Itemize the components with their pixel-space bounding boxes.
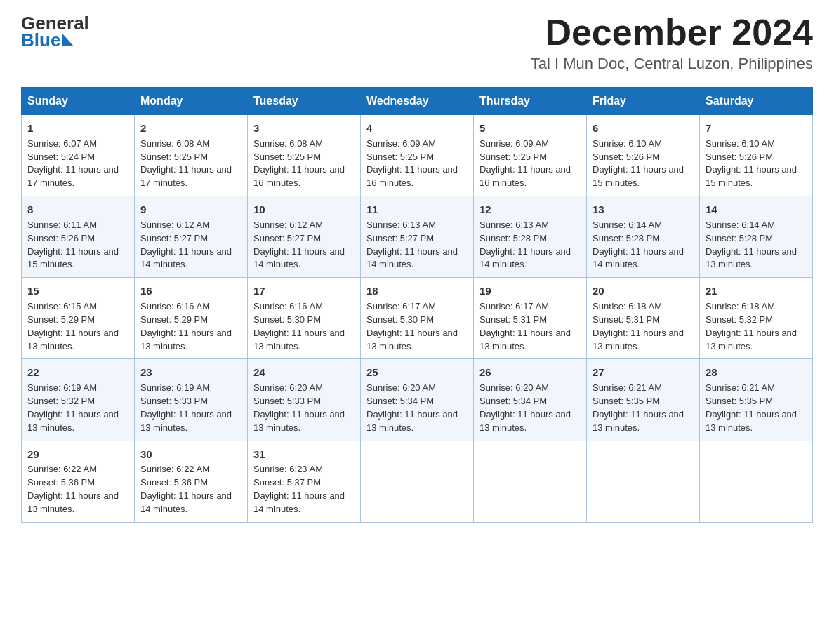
month-title: December 2024 [531, 14, 813, 51]
day-number: 17 [253, 283, 355, 299]
calendar-week-row: 15Sunrise: 6:15 AMSunset: 5:29 PMDayligh… [22, 278, 813, 359]
calendar-cell: 29Sunrise: 6:22 AMSunset: 5:36 PMDayligh… [22, 441, 135, 522]
day-info: Sunrise: 6:12 AMSunset: 5:27 PMDaylight:… [253, 219, 355, 271]
calendar-cell: 5Sunrise: 6:09 AMSunset: 5:25 PMDaylight… [474, 115, 587, 196]
calendar-cell: 19Sunrise: 6:17 AMSunset: 5:31 PMDayligh… [474, 278, 587, 359]
day-info: Sunrise: 6:17 AMSunset: 5:30 PMDaylight:… [366, 300, 468, 353]
calendar-cell: 27Sunrise: 6:21 AMSunset: 5:35 PMDayligh… [587, 359, 700, 441]
calendar-cell: 3Sunrise: 6:08 AMSunset: 5:25 PMDaylight… [248, 115, 361, 196]
calendar-cell: 22Sunrise: 6:19 AMSunset: 5:32 PMDayligh… [22, 359, 135, 441]
calendar-cell: 15Sunrise: 6:15 AMSunset: 5:29 PMDayligh… [22, 278, 135, 359]
day-info: Sunrise: 6:17 AMSunset: 5:31 PMDaylight:… [479, 300, 581, 353]
day-info: Sunrise: 6:12 AMSunset: 5:27 PMDaylight:… [140, 219, 241, 271]
day-number: 6 [593, 121, 694, 136]
day-number: 24 [253, 365, 355, 380]
day-info: Sunrise: 6:09 AMSunset: 5:25 PMDaylight:… [366, 137, 468, 190]
day-info: Sunrise: 6:13 AMSunset: 5:28 PMDaylight:… [479, 219, 581, 271]
header-day-friday: Friday [587, 88, 700, 115]
calendar-week-row: 1Sunrise: 6:07 AMSunset: 5:24 PMDaylight… [22, 115, 813, 196]
day-number: 26 [479, 365, 581, 380]
day-info: Sunrise: 6:14 AMSunset: 5:28 PMDaylight:… [593, 219, 694, 271]
day-info: Sunrise: 6:08 AMSunset: 5:25 PMDaylight:… [140, 137, 241, 190]
calendar-cell: 25Sunrise: 6:20 AMSunset: 5:34 PMDayligh… [361, 359, 474, 441]
day-number: 21 [706, 283, 807, 299]
calendar-cell: 18Sunrise: 6:17 AMSunset: 5:30 PMDayligh… [361, 278, 474, 359]
day-info: Sunrise: 6:10 AMSunset: 5:26 PMDaylight:… [706, 137, 807, 190]
day-info: Sunrise: 6:22 AMSunset: 5:36 PMDaylight:… [140, 463, 241, 516]
calendar-cell: 6Sunrise: 6:10 AMSunset: 5:26 PMDaylight… [587, 115, 700, 196]
day-info: Sunrise: 6:16 AMSunset: 5:29 PMDaylight:… [140, 300, 241, 353]
day-info: Sunrise: 6:21 AMSunset: 5:35 PMDaylight:… [593, 382, 694, 434]
calendar-cell [587, 441, 700, 522]
day-number: 3 [253, 121, 355, 136]
day-info: Sunrise: 6:14 AMSunset: 5:28 PMDaylight:… [706, 219, 807, 271]
day-number: 2 [140, 121, 241, 136]
page-header: General Blue December 2024 Tal I Mun Doc… [21, 14, 813, 73]
header-day-tuesday: Tuesday [248, 88, 361, 115]
header-day-thursday: Thursday [474, 88, 587, 115]
calendar-header-row: SundayMondayTuesdayWednesdayThursdayFrid… [22, 88, 813, 115]
calendar-table: SundayMondayTuesdayWednesdayThursdayFrid… [21, 87, 813, 523]
day-number: 16 [140, 283, 241, 299]
day-number: 27 [593, 365, 694, 380]
calendar-cell: 16Sunrise: 6:16 AMSunset: 5:29 PMDayligh… [135, 278, 248, 359]
day-info: Sunrise: 6:19 AMSunset: 5:33 PMDaylight:… [140, 382, 241, 434]
day-number: 13 [593, 202, 694, 217]
day-info: Sunrise: 6:10 AMSunset: 5:26 PMDaylight:… [593, 137, 694, 190]
calendar-cell: 28Sunrise: 6:21 AMSunset: 5:35 PMDayligh… [700, 359, 813, 441]
day-info: Sunrise: 6:15 AMSunset: 5:29 PMDaylight:… [27, 300, 128, 353]
day-info: Sunrise: 6:20 AMSunset: 5:33 PMDaylight:… [253, 382, 355, 434]
calendar-week-row: 8Sunrise: 6:11 AMSunset: 5:26 PMDaylight… [22, 196, 813, 278]
day-number: 19 [479, 283, 581, 299]
day-info: Sunrise: 6:11 AMSunset: 5:26 PMDaylight:… [27, 219, 128, 271]
logo-icon: General Blue [21, 14, 89, 49]
day-info: Sunrise: 6:09 AMSunset: 5:25 PMDaylight:… [479, 137, 581, 190]
day-number: 20 [593, 283, 694, 299]
day-info: Sunrise: 6:22 AMSunset: 5:36 PMDaylight:… [27, 463, 128, 516]
calendar-cell: 10Sunrise: 6:12 AMSunset: 5:27 PMDayligh… [248, 196, 361, 278]
calendar-week-row: 29Sunrise: 6:22 AMSunset: 5:36 PMDayligh… [22, 441, 813, 522]
day-info: Sunrise: 6:20 AMSunset: 5:34 PMDaylight:… [479, 382, 581, 434]
calendar-cell: 26Sunrise: 6:20 AMSunset: 5:34 PMDayligh… [474, 359, 587, 441]
day-number: 14 [706, 202, 807, 217]
calendar-cell: 21Sunrise: 6:18 AMSunset: 5:32 PMDayligh… [700, 278, 813, 359]
calendar-cell: 12Sunrise: 6:13 AMSunset: 5:28 PMDayligh… [474, 196, 587, 278]
day-number: 28 [706, 365, 807, 380]
day-number: 25 [366, 365, 468, 380]
day-number: 29 [27, 447, 128, 462]
calendar-cell: 23Sunrise: 6:19 AMSunset: 5:33 PMDayligh… [135, 359, 248, 441]
day-number: 31 [253, 447, 355, 462]
day-number: 8 [27, 202, 128, 217]
day-info: Sunrise: 6:08 AMSunset: 5:25 PMDaylight:… [253, 137, 355, 190]
day-number: 23 [140, 365, 241, 380]
day-number: 12 [479, 202, 581, 217]
day-number: 1 [27, 121, 128, 136]
calendar-cell: 13Sunrise: 6:14 AMSunset: 5:28 PMDayligh… [587, 196, 700, 278]
calendar-cell [474, 441, 587, 522]
calendar-cell: 8Sunrise: 6:11 AMSunset: 5:26 PMDaylight… [22, 196, 135, 278]
day-number: 30 [140, 447, 241, 462]
day-number: 9 [140, 202, 241, 217]
day-info: Sunrise: 6:18 AMSunset: 5:31 PMDaylight:… [593, 300, 694, 353]
calendar-cell: 14Sunrise: 6:14 AMSunset: 5:28 PMDayligh… [700, 196, 813, 278]
calendar-cell: 9Sunrise: 6:12 AMSunset: 5:27 PMDaylight… [135, 196, 248, 278]
day-number: 11 [366, 202, 468, 217]
day-info: Sunrise: 6:07 AMSunset: 5:24 PMDaylight:… [27, 137, 128, 190]
header-day-monday: Monday [135, 88, 248, 115]
day-number: 18 [366, 283, 468, 299]
calendar-cell: 4Sunrise: 6:09 AMSunset: 5:25 PMDaylight… [361, 115, 474, 196]
logo-arrow-icon [62, 34, 74, 46]
title-block: December 2024 Tal I Mun Doc, Central Luz… [531, 14, 813, 73]
calendar-cell [361, 441, 474, 522]
logo: General Blue [21, 14, 92, 49]
calendar-cell: 24Sunrise: 6:20 AMSunset: 5:33 PMDayligh… [248, 359, 361, 441]
day-number: 10 [253, 202, 355, 217]
calendar-cell: 1Sunrise: 6:07 AMSunset: 5:24 PMDaylight… [22, 115, 135, 196]
header-day-wednesday: Wednesday [361, 88, 474, 115]
day-info: Sunrise: 6:19 AMSunset: 5:32 PMDaylight:… [27, 382, 128, 434]
calendar-cell: 7Sunrise: 6:10 AMSunset: 5:26 PMDaylight… [700, 115, 813, 196]
day-info: Sunrise: 6:13 AMSunset: 5:27 PMDaylight:… [366, 219, 468, 271]
calendar-cell: 30Sunrise: 6:22 AMSunset: 5:36 PMDayligh… [135, 441, 248, 522]
location-title: Tal I Mun Doc, Central Luzon, Philippine… [531, 55, 813, 73]
day-number: 15 [27, 283, 128, 299]
